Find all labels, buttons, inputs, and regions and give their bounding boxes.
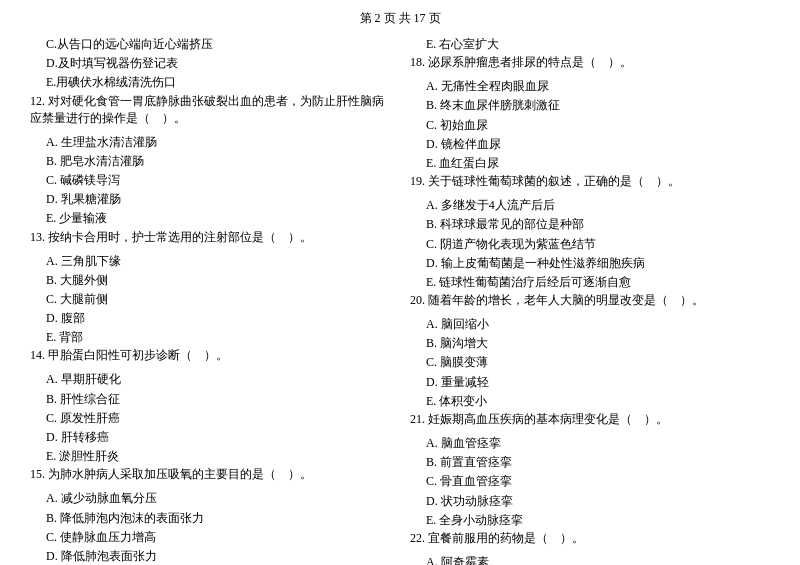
option-block: C.从告口的远心端向近心端挤压	[30, 35, 390, 54]
option-block: A. 无痛性全程肉眼血尿	[410, 77, 770, 96]
option-block: E. 全身小动脉痉挛	[410, 511, 770, 530]
option-block: B. 肝性综合征	[30, 390, 390, 409]
option-block: B. 肥皂水清洁灌肠	[30, 152, 390, 171]
question-block: 19. 关于链球性葡萄球菌的叙述，正确的是（ ）。	[410, 173, 770, 190]
option-block: E. 少量输液	[30, 209, 390, 228]
question-block: 20. 随着年龄的增长，老年人大脑的明显改变是（ ）。	[410, 292, 770, 309]
option-block: E. 背部	[30, 328, 390, 347]
left-column: C.从告口的远心端向近心端挤压D.及时填写视器伤登记表E.用碘伏水棉绒清洗伤口1…	[30, 35, 390, 565]
option-block: B. 终末血尿伴膀胱刺激征	[410, 96, 770, 115]
option-block: A. 脑回缩小	[410, 315, 770, 334]
option-block: D. 乳果糖灌肠	[30, 190, 390, 209]
question-block: 13. 按纳卡合用时，护士常选用的注射部位是（ ）。	[30, 229, 390, 246]
option-block: C. 原发性肝癌	[30, 409, 390, 428]
option-block: B. 大腿外侧	[30, 271, 390, 290]
option-block: C. 大腿前侧	[30, 290, 390, 309]
option-block: E. 体积变小	[410, 392, 770, 411]
option-block: E. 血红蛋白尿	[410, 154, 770, 173]
option-block: B. 前置直管痉挛	[410, 453, 770, 472]
option-block: E. 右心室扩大	[410, 35, 770, 54]
question-block: 15. 为肺水肿病人采取加压吸氧的主要目的是（ ）。	[30, 466, 390, 483]
option-block: A. 三角肌下缘	[30, 252, 390, 271]
question-block: 22. 宜餐前服用的药物是（ ）。	[410, 530, 770, 547]
option-block: D. 降低肺泡表面张力	[30, 547, 390, 565]
option-block: B. 降低肺泡内泡沫的表面张力	[30, 509, 390, 528]
page-number: 第 2 页 共 17 页	[30, 10, 770, 27]
option-block: D. 肝转移癌	[30, 428, 390, 447]
option-block: A. 减少动脉血氧分压	[30, 489, 390, 508]
question-block: 14. 甲胎蛋白阳性可初步诊断（ ）。	[30, 347, 390, 364]
option-block: C. 骨直血管痉挛	[410, 472, 770, 491]
option-block: C. 碱磷镁导泻	[30, 171, 390, 190]
question-block: 21. 妊娠期高血压疾病的基本病理变化是（ ）。	[410, 411, 770, 428]
option-block: A. 生理盐水清洁灌肠	[30, 133, 390, 152]
option-block: C. 脑膜变薄	[410, 353, 770, 372]
option-block: A. 早期肝硬化	[30, 370, 390, 389]
option-block: C. 使静脉血压力增高	[30, 528, 390, 547]
option-block: D. 输上皮葡萄菌是一种处性滋养细胞疾病	[410, 254, 770, 273]
option-block: B. 脑沟增大	[410, 334, 770, 353]
option-block: E. 链球性葡萄菌治疗后经后可逐渐自愈	[410, 273, 770, 292]
option-block: C. 阴道产物化表现为紫蓝色结节	[410, 235, 770, 254]
option-block: E. 淤胆性肝炎	[30, 447, 390, 466]
option-block: D. 重量减轻	[410, 373, 770, 392]
option-block: E.用碘伏水棉绒清洗伤口	[30, 73, 390, 92]
option-block: A. 脑血管痉挛	[410, 434, 770, 453]
option-block: A. 阿奇霉素	[410, 553, 770, 565]
question-block: 12. 对对硬化食管一胃底静脉曲张破裂出血的患者，为防止肝性脑病应禁量进行的操作…	[30, 93, 390, 127]
question-block: 18. 泌尿系肿瘤患者排尿的特点是（ ）。	[410, 54, 770, 71]
option-block: C. 初始血尿	[410, 116, 770, 135]
option-block: B. 科球球最常见的部位是种部	[410, 215, 770, 234]
option-block: A. 多继发于4人流产后后	[410, 196, 770, 215]
option-block: D. 镜检伴血尿	[410, 135, 770, 154]
option-block: D. 状功动脉痉挛	[410, 492, 770, 511]
right-column: E. 右心室扩大18. 泌尿系肿瘤患者排尿的特点是（ ）。A. 无痛性全程肉眼血…	[410, 35, 770, 565]
option-block: D.及时填写视器伤登记表	[30, 54, 390, 73]
option-block: D. 腹部	[30, 309, 390, 328]
